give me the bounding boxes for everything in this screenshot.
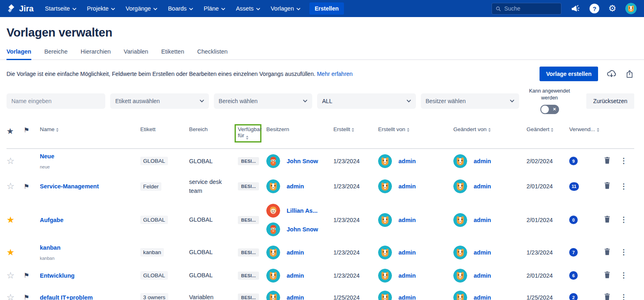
- owner-link[interactable]: John Snow: [287, 158, 318, 164]
- trash-icon[interactable]: [604, 293, 611, 300]
- reset-button[interactable]: Zurücksetzen: [586, 93, 634, 109]
- sort-icon[interactable]: [246, 136, 248, 140]
- applicable-toggle[interactable]: ×: [540, 105, 559, 114]
- modified-by-link[interactable]: admin: [474, 272, 491, 279]
- lillian-avatar: [266, 204, 280, 218]
- more-menu-icon[interactable]: ⋮: [620, 293, 627, 300]
- star-icon[interactable]: ★: [7, 216, 15, 224]
- nav-item-vorlagen[interactable]: Vorlagen: [271, 5, 300, 12]
- create-button[interactable]: Erstellen: [309, 2, 344, 15]
- create-template-button[interactable]: Vorlage erstellen: [540, 67, 598, 81]
- more-menu-icon[interactable]: ⋮: [620, 271, 627, 279]
- created-by-cell: admin: [378, 269, 453, 283]
- flag-icon: ⚑: [24, 272, 29, 279]
- template-name-link[interactable]: default IT+problem: [40, 294, 140, 300]
- tab-bereiche[interactable]: Bereiche: [44, 48, 67, 60]
- header-created-by[interactable]: Erstellt von: [378, 126, 453, 132]
- template-name-link[interactable]: kanban: [40, 244, 140, 251]
- star-icon[interactable]: ☆: [7, 271, 15, 280]
- star-icon[interactable]: ☆: [7, 157, 15, 166]
- header-name[interactable]: Name: [40, 126, 140, 132]
- star-icon[interactable]: ☆: [7, 293, 15, 300]
- modified-by-link[interactable]: admin: [474, 183, 491, 190]
- trash-icon[interactable]: [604, 182, 611, 189]
- modified-by-link[interactable]: admin: [474, 217, 491, 223]
- star-icon[interactable]: ☆: [7, 182, 15, 191]
- jira-logo[interactable]: Jira: [7, 4, 34, 13]
- sort-icon[interactable]: [551, 128, 553, 132]
- created-by-link[interactable]: admin: [398, 183, 416, 190]
- header-modified[interactable]: Geändert: [527, 126, 569, 132]
- sort-icon[interactable]: [56, 128, 59, 132]
- trash-icon[interactable]: [604, 248, 611, 255]
- owner-link[interactable]: admin: [287, 183, 304, 190]
- template-name-link[interactable]: Entwicklung: [40, 272, 140, 279]
- modified-by-link[interactable]: admin: [474, 249, 491, 256]
- scope-text: service desk team: [189, 177, 238, 196]
- header-modified-by[interactable]: Geändert von: [453, 126, 527, 132]
- owner-link[interactable]: admin: [287, 294, 304, 300]
- more-menu-icon[interactable]: ⋮: [620, 182, 627, 190]
- owner-link[interactable]: admin: [287, 272, 304, 279]
- created-by-link[interactable]: admin: [398, 294, 416, 300]
- tab-hierarchien[interactable]: Hierarchien: [80, 48, 111, 60]
- owners-cell: Lillian As...John Snow: [266, 204, 333, 236]
- template-name-link[interactable]: Neue: [40, 153, 140, 160]
- header-scope: Bereich: [189, 126, 238, 132]
- trash-icon[interactable]: [604, 216, 611, 223]
- owner-link[interactable]: Lillian As...: [287, 207, 318, 214]
- star-column-icon[interactable]: ★: [7, 126, 14, 136]
- sort-icon[interactable]: [488, 128, 491, 132]
- created-by-link[interactable]: admin: [398, 217, 416, 223]
- tab-variablen[interactable]: Variablen: [124, 48, 148, 60]
- name-filter-input[interactable]: [7, 93, 105, 109]
- more-menu-icon[interactable]: ⋮: [620, 216, 627, 224]
- modified-by-link[interactable]: admin: [474, 294, 491, 300]
- tab-vorlagen[interactable]: Vorlagen: [7, 48, 31, 60]
- template-name-link[interactable]: Service-Management: [40, 183, 140, 190]
- nav-item-pl-ne[interactable]: Pläne: [204, 5, 225, 12]
- header-available-for[interactable]: Verfügbar für: [238, 126, 266, 142]
- created-by-link[interactable]: admin: [398, 249, 416, 256]
- owners-cell: admin: [266, 179, 333, 193]
- sort-icon[interactable]: [352, 128, 354, 132]
- gear-icon[interactable]: ⚙: [608, 4, 616, 13]
- all-filter-select[interactable]: ALL: [317, 93, 416, 109]
- trash-icon[interactable]: [604, 157, 611, 164]
- tab-checklisten[interactable]: Checklisten: [197, 48, 228, 60]
- scope-filter-select[interactable]: Bereich wählen: [214, 93, 312, 109]
- learn-more-link[interactable]: Mehr erfahren: [317, 71, 352, 77]
- owner-filter-select[interactable]: Besitzer wählen: [421, 93, 519, 109]
- tab-etiketten[interactable]: Etiketten: [161, 48, 184, 60]
- header-usages[interactable]: Verwend...: [569, 126, 604, 132]
- template-name-link[interactable]: Aufgabe: [40, 217, 140, 223]
- nav-item-vorg-nge[interactable]: Vorgänge: [126, 5, 157, 12]
- created-date: 1/23/2024: [333, 158, 378, 164]
- export-icon[interactable]: [625, 69, 634, 79]
- label-filter-select[interactable]: Etikett auswählen: [110, 93, 209, 109]
- user-avatar[interactable]: [625, 3, 637, 14]
- created-by-link[interactable]: admin: [398, 158, 416, 164]
- nav-item-projekte[interactable]: Projekte: [87, 5, 115, 12]
- announcement-icon[interactable]: [570, 4, 581, 14]
- search-box[interactable]: [492, 3, 561, 15]
- import-cloud-icon[interactable]: [606, 69, 617, 79]
- help-icon[interactable]: ?: [590, 4, 599, 13]
- owner-link[interactable]: John Snow: [287, 226, 318, 233]
- search-input[interactable]: [504, 5, 557, 12]
- owner-link[interactable]: admin: [287, 249, 304, 256]
- owners-cell: admin: [266, 246, 333, 259]
- modified-by-link[interactable]: admin: [474, 158, 491, 164]
- nav-item-boards[interactable]: Boards: [168, 5, 193, 12]
- sort-icon[interactable]: [407, 128, 409, 132]
- usage-badge: 6: [569, 271, 578, 280]
- star-icon[interactable]: ★: [7, 248, 15, 257]
- more-menu-icon[interactable]: ⋮: [620, 157, 627, 165]
- sort-icon[interactable]: [597, 128, 599, 132]
- more-menu-icon[interactable]: ⋮: [620, 248, 627, 256]
- nav-item-assets[interactable]: Assets: [236, 5, 260, 12]
- trash-icon[interactable]: [604, 271, 611, 278]
- created-by-link[interactable]: admin: [398, 272, 416, 279]
- header-created[interactable]: Erstellt: [333, 126, 378, 132]
- nav-item-startseite[interactable]: Startseite: [45, 5, 76, 12]
